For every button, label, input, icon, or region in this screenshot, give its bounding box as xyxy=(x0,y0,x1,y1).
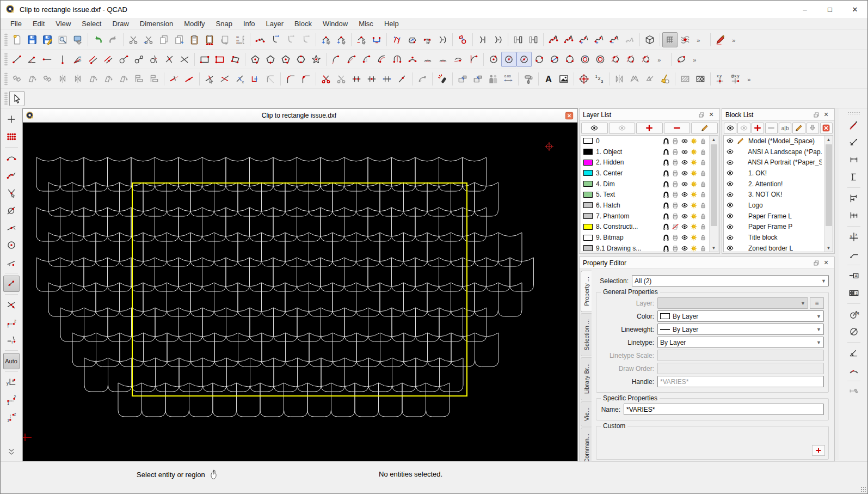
document-title-bar[interactable]: Clip to rectangle issue.dxf xyxy=(23,109,577,123)
snap-perpendicular[interactable] xyxy=(3,185,20,201)
paste[interactable] xyxy=(187,32,202,47)
block-row[interactable]: Title block xyxy=(724,232,833,243)
remove-block[interactable] xyxy=(765,123,778,134)
block-row[interactable]: 1. OK! xyxy=(724,168,833,179)
menu-view[interactable]: View xyxy=(50,19,76,29)
lengthen-entity[interactable] xyxy=(395,71,410,87)
eye-icon[interactable] xyxy=(681,234,688,241)
handle-field[interactable] xyxy=(657,376,824,387)
show-all-layers[interactable] xyxy=(581,123,608,134)
layer-row[interactable]: 7. Phantom xyxy=(581,211,718,222)
sun-icon[interactable] xyxy=(690,223,698,230)
round-corner[interactable] xyxy=(283,71,298,87)
magnet-icon[interactable] xyxy=(662,158,670,166)
restrict-orthogonal[interactable]: yx xyxy=(3,374,20,391)
show-all-blocks[interactable] xyxy=(724,123,736,134)
polygon-side[interactable] xyxy=(293,52,309,67)
copy-with-reference[interactable]: + xyxy=(171,32,187,47)
menu-layer[interactable]: Layer xyxy=(261,19,290,29)
arc-concentric-through-point[interactable] xyxy=(420,52,435,67)
remove-layer[interactable] xyxy=(664,123,691,134)
block-row[interactable]: Paper Frame L xyxy=(724,211,833,222)
menu-window[interactable]: Window xyxy=(317,19,353,29)
printer-icon[interactable] xyxy=(672,180,679,188)
hide-all-blocks[interactable] xyxy=(737,123,750,134)
polyline-insert-node[interactable]: + xyxy=(318,32,334,47)
scroll-up-icon[interactable]: ▲ xyxy=(824,136,833,143)
circle-tangent-1[interactable] xyxy=(638,52,654,67)
property-painter[interactable] xyxy=(521,71,536,87)
draw-order-field[interactable] xyxy=(657,363,824,374)
layer-color-swatch[interactable] xyxy=(583,149,593,155)
layer-list-close-button[interactable]: ✕ xyxy=(706,111,716,119)
circle-2-points[interactable] xyxy=(532,52,547,67)
copy[interactable] xyxy=(156,32,171,47)
sun-icon[interactable] xyxy=(690,158,698,166)
layer-color-swatch[interactable] xyxy=(583,245,593,251)
mirror-disabled-1[interactable] xyxy=(612,71,627,87)
dim-baseline[interactable] xyxy=(846,190,862,206)
toolbar-drag-handle[interactable] xyxy=(847,112,860,115)
rename-block[interactable]: a|b xyxy=(779,123,791,134)
magnet-icon[interactable] xyxy=(662,137,670,145)
dimension-brush[interactable] xyxy=(846,383,862,400)
scroll-up-icon[interactable]: ▲ xyxy=(710,136,718,143)
menu-snap[interactable]: Snap xyxy=(211,19,238,29)
point[interactable] xyxy=(576,71,592,87)
sun-icon[interactable] xyxy=(690,148,698,156)
insert-block[interactable] xyxy=(807,123,819,134)
magnet-icon[interactable] xyxy=(662,180,670,188)
sun-icon[interactable] xyxy=(690,234,698,241)
draw-order[interactable] xyxy=(146,71,162,87)
close-button[interactable]: ✕ xyxy=(842,1,867,18)
spray-brush[interactable] xyxy=(435,71,450,87)
line-parallel[interactable] xyxy=(101,52,116,67)
dim-arc[interactable] xyxy=(846,362,862,379)
layer-row[interactable]: 3. Center xyxy=(581,168,718,179)
printer-icon[interactable] xyxy=(672,148,679,156)
sun-icon[interactable] xyxy=(690,202,698,209)
lock-icon[interactable] xyxy=(699,223,707,230)
selection-pointer[interactable] xyxy=(9,91,24,106)
magnet-icon[interactable] xyxy=(662,202,670,209)
layer-row[interactable]: 2. Hidden xyxy=(581,157,718,168)
printer-icon[interactable] xyxy=(672,158,679,166)
insert-image[interactable] xyxy=(556,71,571,87)
duplicate[interactable] xyxy=(217,32,232,47)
menu-draw[interactable]: Draw xyxy=(107,19,134,29)
dim-horizontal[interactable] xyxy=(846,151,862,168)
snap-endpoints[interactable] xyxy=(3,150,20,166)
scroll-down-icon[interactable]: ▼ xyxy=(824,244,833,252)
cut-with-reference[interactable]: + xyxy=(141,32,156,47)
selection-combobox[interactable]: All (2) ▼ xyxy=(632,275,829,286)
move-rotate[interactable] xyxy=(40,71,55,87)
eye-icon[interactable] xyxy=(681,202,688,209)
divide[interactable] xyxy=(318,71,334,87)
eye-icon[interactable] xyxy=(726,212,734,220)
toolbar-drag-handle[interactable] xyxy=(4,72,8,86)
dim-angular[interactable] xyxy=(846,345,862,361)
save-file-as[interactable] xyxy=(40,32,55,47)
dim-rotated[interactable] xyxy=(846,134,862,150)
arc-2-points-radius[interactable] xyxy=(466,52,481,67)
isolines[interactable] xyxy=(678,32,693,47)
dim-radial[interactable]: R xyxy=(846,306,862,322)
modify-arc[interactable] xyxy=(415,71,430,87)
printer-icon[interactable] xyxy=(672,245,679,252)
printer-icon[interactable] xyxy=(672,169,679,177)
join-entities[interactable] xyxy=(510,32,526,47)
layer-color-swatch[interactable] xyxy=(583,192,593,198)
dim-continue[interactable] xyxy=(846,208,862,224)
arc-concentric-distance[interactable] xyxy=(435,52,451,67)
block-row[interactable]: 2. Attention! xyxy=(724,179,833,190)
polyline-delete-node[interactable]: − xyxy=(354,32,369,47)
line-tangent-2-circles[interactable] xyxy=(131,52,146,67)
save-file[interactable] xyxy=(24,32,40,47)
menu-modify[interactable]: Modify xyxy=(178,19,210,29)
layer-color-swatch[interactable] xyxy=(583,170,593,176)
paste-with-reference[interactable] xyxy=(202,32,217,47)
polygon-center-corner[interactable] xyxy=(278,52,293,67)
rectangle-2-corners[interactable] xyxy=(197,52,212,67)
circle-2-points-diameter[interactable] xyxy=(547,52,562,67)
more-ellipse-tools[interactable]: » xyxy=(689,52,704,67)
